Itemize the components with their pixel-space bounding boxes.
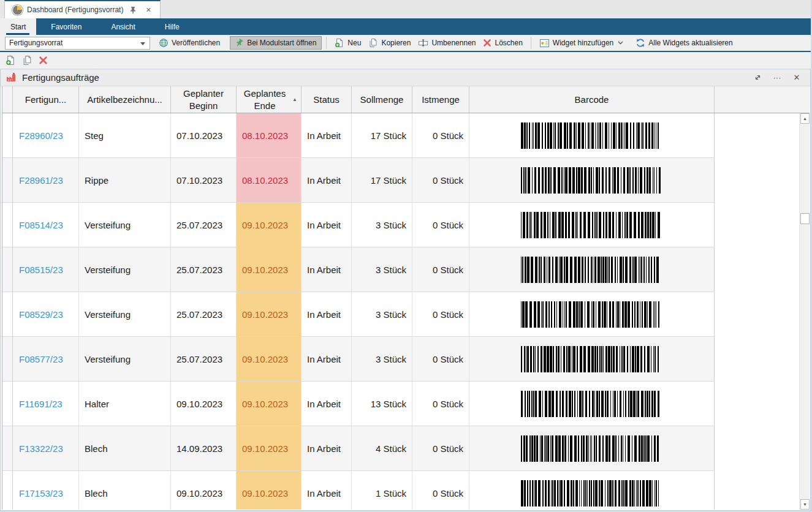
toolbar-separator <box>531 37 531 49</box>
barcode-image <box>469 292 715 336</box>
header-indicator-cell <box>2 86 13 113</box>
col-header-geplantes-ende[interactable]: Geplantes Ende ▲ <box>237 86 302 113</box>
delete-x-icon <box>39 56 48 65</box>
add-widget-button[interactable]: Widget hinzufügen <box>536 37 627 49</box>
new-page-icon <box>6 55 16 66</box>
col-header-geplanter-beginn[interactable]: Geplanter Beginn <box>171 86 237 113</box>
order-number-link[interactable]: F28960/23 <box>13 113 79 157</box>
actual-quantity-cell: 0 Stück <box>412 113 469 157</box>
dashboard-pie-icon <box>12 5 23 15</box>
target-quantity-cell: 1 Stück <box>352 471 412 510</box>
scroll-down-icon[interactable]: ▼ <box>800 499 810 510</box>
ribbon-tab-favoriten[interactable]: Favoriten <box>36 18 96 35</box>
planned-end-cell: 09.10.2023 <box>237 471 302 510</box>
publish-button[interactable]: Veröffentlichen <box>155 37 224 49</box>
green-pin-icon <box>235 39 244 47</box>
order-number-link[interactable]: F13322/23 <box>13 426 79 470</box>
order-number-link[interactable]: F08515/23 <box>13 247 79 292</box>
chevron-down-icon <box>618 41 623 45</box>
order-number-link[interactable]: F08529/23 <box>13 292 79 336</box>
row-indicator-cell <box>2 337 13 381</box>
barcode-image <box>469 158 715 202</box>
order-number-link[interactable]: F28961/23 <box>13 158 79 202</box>
actual-quantity-cell: 0 Stück <box>412 337 469 381</box>
scrollbar-thumb[interactable] <box>800 213 810 224</box>
order-number-link[interactable]: F08514/23 <box>13 203 79 247</box>
row-indicator-cell <box>2 158 13 202</box>
planned-end-cell: 09.10.2023 <box>237 247 302 292</box>
actual-quantity-cell: 0 Stück <box>412 203 469 247</box>
row-indicator-cell <box>2 426 13 470</box>
orders-table: Fertigun... Artikelbezeichnu... Geplante… <box>2 86 810 510</box>
planned-end-cell: 09.10.2023 <box>237 382 302 426</box>
planned-start-cell: 14.09.2023 <box>171 426 237 470</box>
row-indicator-cell <box>2 203 13 247</box>
col-header-barcode[interactable]: Barcode <box>469 86 715 113</box>
delete-x-icon <box>483 39 491 47</box>
scroll-up-icon[interactable]: ▲ <box>800 113 810 124</box>
pin-icon[interactable] <box>127 4 138 15</box>
order-number-link[interactable]: F08577/23 <box>13 337 79 381</box>
mini-copy-button[interactable] <box>22 55 32 66</box>
col-header-istmenge[interactable]: Istmenge <box>412 86 469 113</box>
widget-expand-icon[interactable] <box>750 72 765 84</box>
table-row[interactable]: F08577/23 Versteifung 25.07.2023 09.10.2… <box>2 337 715 382</box>
new-button[interactable]: Neu <box>331 37 365 49</box>
refresh-all-widgets-button[interactable]: Alle Widgets aktualisieren <box>632 37 736 49</box>
mini-new-button[interactable] <box>6 55 16 66</box>
row-indicator-cell <box>2 113 13 157</box>
main-toolbar: Fertigungsvorrat Veröffentlichen Bei Mod… <box>0 35 811 52</box>
widget-close-icon[interactable]: ✕ <box>789 72 804 84</box>
ribbon-tabbar: Start Favoriten Ansicht Hilfe <box>0 18 811 35</box>
planned-end-cell: 09.10.2023 <box>237 203 302 247</box>
planned-end-cell: 09.10.2023 <box>237 292 302 336</box>
table-row[interactable]: F11691/23 Halter 09.10.2023 09.10.2023 I… <box>2 382 715 426</box>
ribbon-tab-ansicht[interactable]: Ansicht <box>96 18 150 35</box>
table-row[interactable]: F28961/23 Rippe 07.10.2023 08.10.2023 In… <box>2 158 715 203</box>
row-indicator-cell <box>2 382 13 426</box>
mini-delete-button[interactable] <box>39 56 48 65</box>
col-header-artikelbezeichnung[interactable]: Artikelbezeichnu... <box>79 86 171 113</box>
widget-fertigungsauftraege: Fertigungsaufträge ··· ✕ Fertigun... Art… <box>0 69 811 511</box>
toolbar-separator <box>326 37 327 49</box>
order-number-link[interactable]: F17153/23 <box>13 471 79 510</box>
table-row[interactable]: F13322/23 Blech 14.09.2023 09.10.2023 In… <box>2 426 715 471</box>
table-row[interactable]: F28960/23 Steg 07.10.2023 08.10.2023 In … <box>2 113 715 158</box>
rename-icon <box>418 38 428 48</box>
widget-more-icon[interactable]: ··· <box>770 72 784 84</box>
target-quantity-cell: 3 Stück <box>352 292 412 336</box>
row-indicator-cell <box>2 247 13 292</box>
planned-start-cell: 25.07.2023 <box>171 247 237 292</box>
open-on-module-start-button[interactable]: Bei Modulstart öffnen <box>230 36 322 50</box>
actual-quantity-cell: 0 Stück <box>412 158 469 202</box>
col-header-status[interactable]: Status <box>302 86 352 113</box>
document-tabstrip: Dashboard (Fertigungsvorrat) ✕ <box>0 0 811 18</box>
ribbon-tab-start[interactable]: Start <box>0 18 36 35</box>
status-cell: In Arbeit <box>302 382 352 426</box>
rename-button[interactable]: Umbenennen <box>414 37 479 49</box>
planned-start-cell: 25.07.2023 <box>171 203 237 247</box>
ribbon-tab-hilfe[interactable]: Hilfe <box>150 18 194 35</box>
target-quantity-cell: 13 Stück <box>352 382 412 426</box>
article-cell: Versteifung <box>79 247 171 292</box>
order-number-link[interactable]: F11691/23 <box>13 382 79 426</box>
col-header-sollmenge[interactable]: Sollmenge <box>352 86 412 113</box>
target-quantity-cell: 17 Stück <box>352 158 412 202</box>
col-header-fertigungsauftrag[interactable]: Fertigun... <box>13 86 79 113</box>
dashboard-select[interactable]: Fertigungsvorrat <box>5 37 150 50</box>
chevron-down-icon <box>140 42 145 45</box>
tab-close-icon[interactable]: ✕ <box>143 4 154 15</box>
copy-icon <box>22 55 32 66</box>
copy-button[interactable]: Kopieren <box>365 37 414 49</box>
planned-start-cell: 09.10.2023 <box>171 382 237 426</box>
table-row[interactable]: F08514/23 Versteifung 25.07.2023 09.10.2… <box>2 203 715 247</box>
copy-icon <box>368 38 378 48</box>
table-row[interactable]: F08529/23 Versteifung 25.07.2023 09.10.2… <box>2 292 715 337</box>
table-row[interactable]: F17153/23 Blech 09.10.2023 09.10.2023 In… <box>2 471 715 510</box>
article-cell: Halter <box>79 382 171 426</box>
table-row[interactable]: F08515/23 Versteifung 25.07.2023 09.10.2… <box>2 247 715 292</box>
vertical-scrollbar[interactable]: ▲ ▼ <box>799 113 810 510</box>
tab-dashboard[interactable]: Dashboard (Fertigungsvorrat) ✕ <box>4 0 161 18</box>
delete-button[interactable]: Löschen <box>479 37 526 48</box>
article-cell: Blech <box>79 426 171 470</box>
